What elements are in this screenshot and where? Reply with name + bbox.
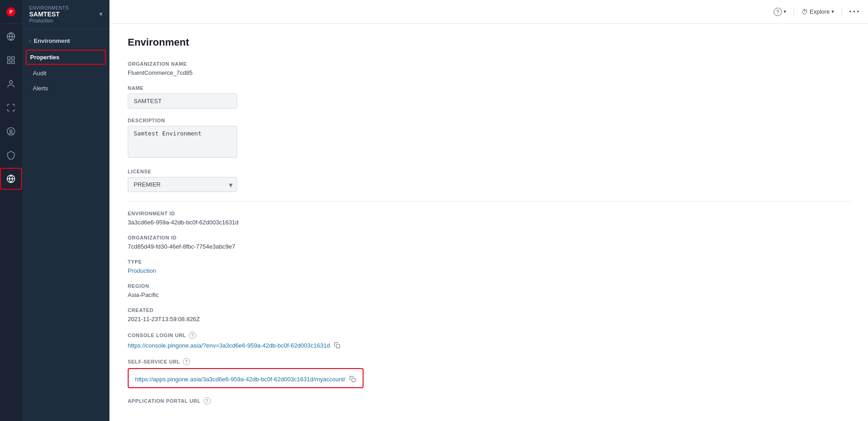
sidebar: Environments SAMTEST ▾ Production ‹ Envi…	[22, 0, 109, 421]
license-select[interactable]: PREMIER STANDARD TRIAL	[128, 177, 237, 192]
divider-icon	[794, 8, 794, 16]
security-icon[interactable]	[0, 144, 22, 166]
environment-section[interactable]: ‹ Environment	[22, 33, 109, 49]
connections-icon[interactable]	[0, 97, 22, 119]
license-select-wrapper: PREMIER STANDARD TRIAL	[128, 177, 237, 192]
section-title: Environment	[34, 37, 70, 44]
org-name-value: FluentCommerce_7cd85	[128, 69, 850, 76]
globe-icon[interactable]	[0, 26, 22, 47]
app-portal-url-field: APPLICATION PORTAL URL ?	[128, 397, 850, 405]
logo-area: P	[0, 0, 22, 24]
more-options-button[interactable]: • • •	[849, 8, 859, 15]
environment-icon[interactable]	[0, 168, 22, 190]
created-label: CREATED	[128, 307, 850, 313]
dots-icon: • • •	[849, 8, 859, 15]
top-bar-right: ? ▾ ⏱ Explore ▾ • • •	[774, 8, 859, 16]
env-id-value: 3a3cd6e6-959a-42db-bc0f-62d003c1631d	[128, 219, 850, 226]
sidebar-header: Environments SAMTEST ▾ Production	[22, 0, 109, 29]
svg-rect-4	[8, 57, 10, 60]
console-url-label: CONSOLE LOGIN URL ?	[128, 332, 850, 339]
explore-button[interactable]: ⏱ Explore ▾	[801, 8, 834, 16]
help-chevron: ▾	[784, 9, 786, 15]
svg-rect-7	[12, 61, 15, 64]
section-divider	[128, 201, 850, 202]
grid-icon[interactable]	[0, 49, 22, 71]
license-field: LICENSE PREMIER STANDARD TRIAL	[128, 169, 850, 192]
help-button[interactable]: ? ▾	[774, 8, 786, 16]
content-area: Environment ORGANIZATION NAME FluentComm…	[109, 24, 868, 421]
name-field: NAME	[128, 85, 850, 109]
created-field: CREATED 2021-11-23T13:59:08.826Z	[128, 307, 850, 322]
name-label: NAME	[128, 85, 850, 91]
console-url-help-icon[interactable]: ?	[189, 332, 196, 339]
self-service-url-value: https://apps.pingone.asia/3a3cd6e6-959a-…	[135, 375, 356, 383]
help-icon: ?	[774, 8, 782, 16]
self-service-url-help-icon[interactable]: ?	[183, 358, 190, 365]
svg-rect-6	[8, 61, 10, 64]
env-type: Production	[29, 18, 102, 23]
divider2-icon	[842, 8, 842, 16]
created-value: 2021-11-23T13:59:08.826Z	[128, 316, 850, 322]
main-content: ? ▾ ⏱ Explore ▾ • • • Environment ORGANI…	[109, 0, 868, 421]
env-id-field: ENVIRONMENT ID 3a3cd6e6-959a-42db-bc0f-6…	[128, 211, 850, 226]
back-arrow-icon: ‹	[29, 38, 31, 44]
region-label: REGION	[128, 283, 850, 289]
sidebar-nav: ‹ Environment Properties Audit Alerts	[22, 29, 109, 99]
type-field: TYPE Production	[128, 259, 850, 274]
top-bar: ? ▾ ⏱ Explore ▾ • • •	[109, 0, 868, 24]
org-id-value: 7cd85d49-fd30-46ef-8fbc-7754e3abc9e7	[128, 243, 850, 250]
console-url-copy-icon[interactable]	[333, 342, 341, 349]
svg-rect-12	[352, 378, 355, 382]
description-label: DESCRIPTION	[128, 118, 850, 123]
name-input[interactable]	[128, 94, 237, 109]
identity-icon[interactable]	[0, 120, 22, 142]
app-portal-url-help-icon[interactable]: ?	[203, 397, 211, 405]
region-value: Asia-Pacific	[128, 291, 850, 298]
org-name-label: ORGANIZATION NAME	[128, 61, 850, 67]
env-id-label: ENVIRONMENT ID	[128, 211, 850, 216]
region-field: REGION Asia-Pacific	[128, 283, 850, 298]
users-icon[interactable]	[0, 73, 22, 95]
description-input[interactable]: Samtest Environment	[128, 126, 237, 158]
console-url-field: CONSOLE LOGIN URL ? https://console.ping…	[128, 332, 850, 349]
self-service-url-copy-icon[interactable]	[349, 375, 356, 383]
org-id-label: ORGANIZATION ID	[128, 235, 850, 240]
license-label: LICENSE	[128, 169, 850, 174]
svg-point-8	[10, 81, 13, 84]
sidebar-item-audit[interactable]: Audit	[22, 66, 109, 81]
type-value: Production	[128, 267, 850, 274]
ping-logo: P	[5, 6, 16, 17]
app-portal-url-label: APPLICATION PORTAL URL ?	[128, 397, 850, 405]
explore-chevron-icon: ▾	[832, 9, 834, 15]
org-id-field: ORGANIZATION ID 7cd85d49-fd30-46ef-8fbc-…	[128, 235, 850, 250]
env-name: SAMTEST ▾	[29, 10, 102, 18]
explore-clock-icon: ⏱	[801, 8, 808, 16]
self-service-url-field: SELF-SERVICE URL ? https://apps.pingone.…	[128, 358, 850, 388]
svg-point-9	[7, 128, 15, 135]
sidebar-item-properties[interactable]: Properties	[26, 50, 106, 65]
svg-rect-5	[12, 57, 15, 60]
chevron-down-icon[interactable]: ▾	[99, 11, 102, 17]
type-label: TYPE	[128, 259, 850, 265]
icon-rail: P	[0, 0, 22, 421]
svg-text:P: P	[10, 10, 13, 15]
self-service-url-box: https://apps.pingone.asia/3a3cd6e6-959a-…	[128, 368, 364, 388]
env-label: Environments	[29, 5, 102, 10]
org-name-field: ORGANIZATION NAME FluentCommerce_7cd85	[128, 61, 850, 76]
description-field: DESCRIPTION Samtest Environment	[128, 118, 850, 160]
self-service-url-label: SELF-SERVICE URL ?	[128, 358, 850, 365]
console-url-value: https://console.pingone.asia/?env=3a3cd6…	[128, 342, 850, 349]
sidebar-item-alerts[interactable]: Alerts	[22, 81, 109, 96]
svg-rect-11	[337, 344, 340, 348]
page-title: Environment	[128, 36, 850, 48]
